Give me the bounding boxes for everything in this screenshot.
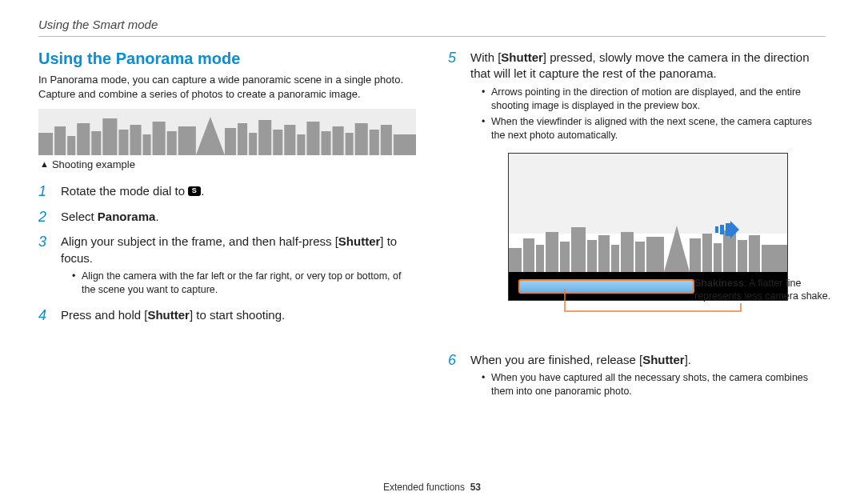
svg-rect-35 [587, 240, 597, 272]
svg-rect-29 [509, 248, 522, 272]
step-body: Press and hold [Shutter] to start shooti… [61, 307, 285, 325]
svg-rect-31 [536, 245, 544, 272]
svg-rect-16 [249, 133, 257, 155]
step-body: Rotate the mode dial to . [61, 183, 204, 201]
svg-rect-48 [762, 245, 788, 272]
svg-rect-32 [546, 232, 558, 272]
svg-rect-30 [523, 238, 534, 272]
bullet-icon: • [482, 115, 486, 143]
svg-rect-11 [167, 131, 177, 155]
header-rule [38, 36, 826, 37]
svg-rect-42 [690, 238, 701, 272]
step-number: 6 [448, 352, 462, 401]
svg-rect-22 [321, 131, 330, 155]
bullet-icon: • [72, 270, 77, 298]
preview-city-skyline [509, 216, 788, 272]
svg-rect-10 [153, 122, 166, 155]
svg-rect-21 [306, 122, 319, 155]
preview-figure: Shakiness: A flatter line represents les… [470, 153, 826, 301]
svg-rect-27 [381, 125, 392, 155]
svg-rect-23 [333, 126, 344, 155]
svg-rect-17 [258, 120, 271, 155]
svg-rect-4 [77, 123, 90, 155]
svg-rect-47 [749, 235, 760, 272]
svg-marker-41 [664, 226, 690, 272]
two-column-layout: Using the Panorama mode In Panorama mode… [38, 50, 826, 409]
svg-rect-28 [394, 134, 416, 155]
direction-arrow-icon [715, 221, 739, 242]
callout-text: Shakiness: A flatter line represents les… [694, 277, 838, 304]
step-number: 1 [38, 183, 53, 201]
step-body: Select Panorama. [61, 209, 159, 226]
svg-rect-44 [714, 243, 722, 272]
step-1: 1 Rotate the mode dial to . [38, 183, 416, 201]
svg-rect-37 [611, 245, 619, 272]
page-footer: Extended functions 53 [0, 482, 864, 493]
left-column: Using the Panorama mode In Panorama mode… [38, 50, 416, 409]
mode-dial-s-icon [188, 186, 201, 196]
svg-rect-25 [355, 123, 368, 155]
panorama-example-image [38, 109, 416, 155]
svg-rect-50 [720, 225, 724, 234]
running-header: Using the Smart mode [38, 18, 826, 31]
step-number: 3 [38, 234, 53, 299]
svg-rect-1 [38, 133, 53, 155]
step-4: 4 Press and hold [Shutter] to start shoo… [38, 307, 416, 325]
svg-rect-5 [91, 131, 101, 155]
svg-rect-49 [715, 226, 718, 233]
step-5: 5 With [Shutter] pressed, slowly move th… [448, 50, 826, 145]
step-2: 2 Select Panorama. [38, 209, 416, 226]
step-number: 2 [38, 209, 53, 226]
bullet-icon: • [482, 371, 486, 399]
svg-rect-19 [284, 125, 295, 155]
svg-marker-52 [730, 221, 739, 238]
step-number: 4 [38, 307, 53, 325]
bullet-icon: • [482, 86, 486, 114]
svg-rect-26 [370, 130, 379, 155]
step-body: With [Shutter] pressed, slowly move the … [470, 50, 826, 145]
svg-rect-8 [130, 125, 141, 155]
svg-rect-9 [143, 134, 151, 155]
intro-text: In Panorama mode, you can capture a wide… [38, 73, 416, 101]
step-body: Align your subject in the frame, and the… [61, 234, 416, 299]
svg-rect-38 [621, 232, 634, 272]
svg-rect-39 [635, 242, 645, 272]
right-column: 5 With [Shutter] pressed, slowly move th… [448, 50, 826, 409]
svg-rect-33 [560, 242, 570, 272]
svg-rect-6 [102, 118, 117, 155]
svg-rect-15 [238, 123, 247, 155]
svg-rect-51 [726, 223, 730, 236]
svg-rect-24 [346, 133, 354, 155]
svg-rect-43 [702, 234, 712, 272]
manual-page: Using the Smart mode Using the Panorama … [0, 0, 864, 504]
svg-rect-36 [598, 235, 610, 272]
svg-rect-40 [646, 237, 664, 272]
step-6: 6 When you are finished, release [Shutte… [448, 352, 826, 401]
svg-rect-7 [118, 130, 128, 155]
svg-rect-46 [738, 240, 747, 272]
step-3: 3 Align your subject in the frame, and t… [38, 234, 416, 299]
triangle-up-icon: ▲ [40, 159, 49, 169]
svg-rect-20 [297, 134, 305, 155]
step-body: When you are finished, release [Shutter]… [470, 352, 826, 401]
image-caption: ▲Shooting example [40, 158, 416, 170]
svg-rect-18 [273, 130, 282, 155]
svg-rect-34 [571, 227, 586, 272]
section-title: Using the Panorama mode [38, 50, 416, 68]
svg-rect-14 [225, 128, 236, 155]
svg-rect-12 [178, 126, 196, 155]
step-number: 5 [448, 50, 462, 145]
svg-rect-3 [67, 136, 75, 155]
svg-rect-2 [54, 126, 66, 155]
